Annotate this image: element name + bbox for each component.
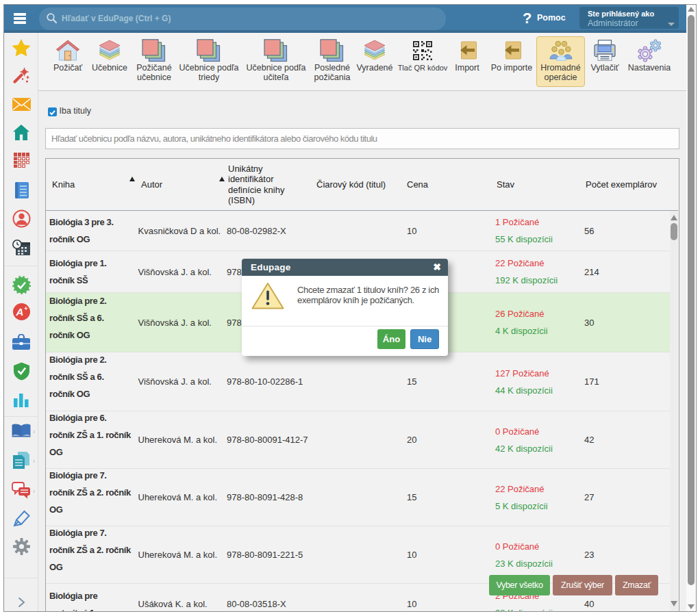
svg-text:A: A [15, 306, 23, 318]
svg-text:+: + [24, 305, 27, 312]
